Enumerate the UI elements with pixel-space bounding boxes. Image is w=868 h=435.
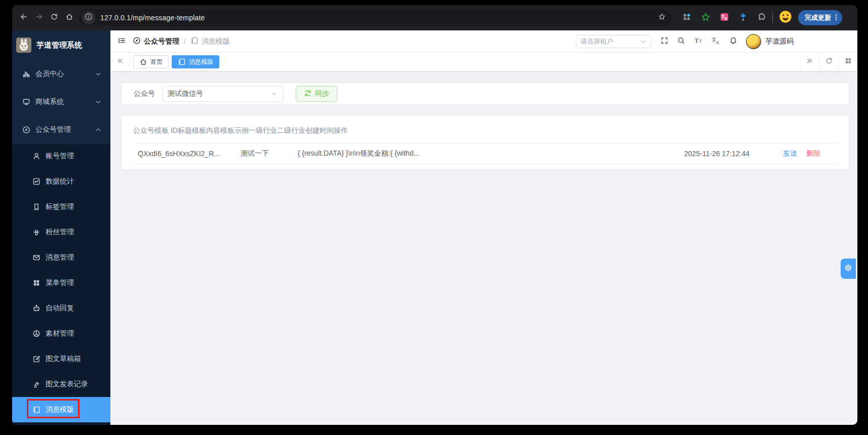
- sidebar-item-material[interactable]: 素材管理: [12, 321, 110, 346]
- extensions-area: 文A: [682, 13, 766, 22]
- browser-profile-avatar[interactable]: [779, 11, 792, 24]
- tabs-scroll-left-icon[interactable]: [110, 53, 130, 71]
- template-icon: [190, 37, 199, 46]
- font-size-icon[interactable]: TT: [694, 36, 703, 47]
- sidebar: 芋道管理系统 会员中心 商城系统: [12, 30, 110, 425]
- extension-star-icon: [701, 13, 710, 23]
- breadcrumb-item-message-template: 消息模版: [190, 37, 230, 46]
- sidebar-item-fans[interactable]: 粉丝管理: [12, 220, 110, 245]
- sidebar-item-template[interactable]: 消息模版: [12, 397, 110, 422]
- sidebar-item-draft[interactable]: 图文草稿箱: [12, 346, 110, 372]
- send-link[interactable]: 发送: [783, 149, 797, 157]
- extension-extension-grid[interactable]: [682, 13, 691, 22]
- notification-bell-icon[interactable]: [729, 37, 737, 47]
- sidebar-fold-icon[interactable]: [117, 37, 126, 47]
- sidebar-item-tag[interactable]: 标签管理: [12, 194, 110, 220]
- bookmark-star-icon[interactable]: [655, 11, 669, 25]
- draft-icon: [32, 355, 41, 363]
- browser-home-icon[interactable]: [62, 10, 77, 25]
- svg-text:A: A: [724, 17, 727, 20]
- column-header-7: 操作: [334, 126, 348, 135]
- main-area: 公众号管理 / 消息模版 请选择租户 TT 文A: [110, 30, 857, 425]
- sidebar-submenu: 账号管理 数据统计 标签管理 粉丝管理: [12, 143, 110, 425]
- material-icon: [32, 330, 41, 338]
- sidebar-item-official-account[interactable]: 公众号管理: [12, 116, 110, 143]
- fans-icon: [32, 228, 41, 236]
- cell-content: { {result.DATA} }\n\n领奖金额:{ {withd...: [285, 149, 432, 158]
- official-account-icon: [22, 126, 30, 134]
- column-header-1: 标题: [178, 126, 192, 135]
- tab-bar: 首页 消息模版: [110, 53, 857, 71]
- breadcrumb: 公众号管理 / 消息模版: [133, 37, 230, 46]
- sidebar-item-account[interactable]: 账号管理: [12, 143, 110, 169]
- app-title: 芋道管理系统: [36, 41, 82, 50]
- browser-window: 127.0.0.1/mp/message-template 文A 完成更新 芋道…: [12, 5, 857, 425]
- breadcrumb-separator: /: [184, 38, 186, 46]
- search-icon[interactable]: [677, 37, 685, 47]
- extensions-puzzle-icon: [758, 13, 766, 23]
- auto-reply-icon: [32, 304, 41, 312]
- extension-translate-icon: 文A: [720, 13, 729, 23]
- column-header-6: 创建时间: [305, 126, 334, 135]
- tenant-select[interactable]: 请选择租户: [576, 35, 652, 48]
- address-bar[interactable]: 127.0.0.1/mp/message-template: [79, 9, 672, 26]
- template-table-card: 公众号模板 ID标题模板内容模板示例一级行业二级行业创建时间操作 QXxdI6_…: [122, 116, 849, 169]
- extension-extension-balloon[interactable]: [738, 13, 747, 22]
- template-icon: [178, 58, 186, 66]
- tab-home[interactable]: 首页: [133, 55, 169, 68]
- chevron-down-icon: [639, 38, 647, 46]
- language-icon[interactable]: 文A: [712, 36, 721, 47]
- chrome-update-button[interactable]: 完成更新: [798, 10, 842, 25]
- mall-system-icon: [22, 98, 30, 106]
- fullscreen-icon[interactable]: [660, 37, 668, 47]
- cell-template-id: QXxdI6_6sHXxsZKI2_R...: [133, 150, 224, 158]
- app-logo-row[interactable]: 芋道管理系统: [12, 30, 110, 60]
- extension-grid-icon: [683, 13, 691, 23]
- browser-menu-icon[interactable]: [832, 13, 840, 23]
- svg-text:T: T: [699, 39, 702, 44]
- tabs: 首页 消息模版: [130, 53, 800, 71]
- update-label: 完成更新: [805, 13, 831, 22]
- chevron-up-icon: [94, 126, 102, 134]
- layout-grid-icon[interactable]: [838, 53, 857, 71]
- tab-message-template[interactable]: 消息模版: [172, 55, 219, 68]
- sync-icon: [304, 89, 312, 99]
- reload-icon[interactable]: [47, 10, 62, 25]
- url-text[interactable]: 127.0.0.1/mp/message-template: [100, 14, 655, 22]
- back-icon[interactable]: [16, 10, 31, 25]
- sidebar-item-auto-reply[interactable]: 自动回复: [12, 296, 110, 321]
- gear-icon: [844, 264, 852, 274]
- forward-icon[interactable]: [31, 10, 47, 25]
- tag-icon: [32, 203, 41, 211]
- sidebar-item-member-center[interactable]: 会员中心: [12, 60, 110, 88]
- sidebar-item-message[interactable]: 消息管理: [12, 245, 110, 270]
- page-header: 公众号管理 / 消息模版 请选择租户 TT 文A: [110, 30, 857, 53]
- tabs-scroll-right-icon[interactable]: [800, 53, 819, 71]
- extension-extension-translate[interactable]: 文A: [720, 13, 729, 22]
- column-header-4: 一级行业: [249, 126, 277, 135]
- browser-toolbar: 127.0.0.1/mp/message-template 文A 完成更新: [12, 5, 857, 30]
- account-filter-label: 公众号: [134, 89, 155, 98]
- account-select[interactable]: 测试微信号: [162, 86, 284, 102]
- site-info-icon[interactable]: [82, 11, 95, 24]
- sidebar-item-menu-grid[interactable]: 菜单管理: [12, 270, 110, 296]
- settings-gear-button[interactable]: [841, 259, 856, 279]
- extension-extensions-puzzle[interactable]: [757, 13, 766, 22]
- sync-button[interactable]: 同步: [296, 86, 337, 102]
- sidebar-item-mall-system[interactable]: 商城系统: [12, 88, 110, 116]
- breadcrumb-item-official-account[interactable]: 公众号管理: [133, 37, 179, 46]
- sidebar-item-statistics[interactable]: 数据统计: [12, 169, 110, 194]
- extension-extension-star[interactable]: [701, 13, 710, 22]
- cell-actions: 发送 删除: [766, 149, 837, 158]
- cell-title: 测试一下: [224, 149, 285, 158]
- column-header-0: 公众号模板 ID: [133, 126, 178, 135]
- chevron-down-icon: [270, 90, 278, 98]
- sidebar-item-publish-record[interactable]: 图文发表记录: [12, 372, 110, 397]
- header-right: 请选择租户 TT 文A 芋道源码: [576, 34, 850, 49]
- sidebar-top-menu: 会员中心 商城系统 公众号管理: [12, 60, 110, 143]
- user-menu[interactable]: 芋道源码: [746, 34, 794, 49]
- svg-text:A: A: [716, 40, 719, 45]
- delete-link[interactable]: 删除: [806, 149, 820, 157]
- refresh-page-icon[interactable]: [819, 53, 838, 71]
- chevron-down-icon: [94, 70, 102, 78]
